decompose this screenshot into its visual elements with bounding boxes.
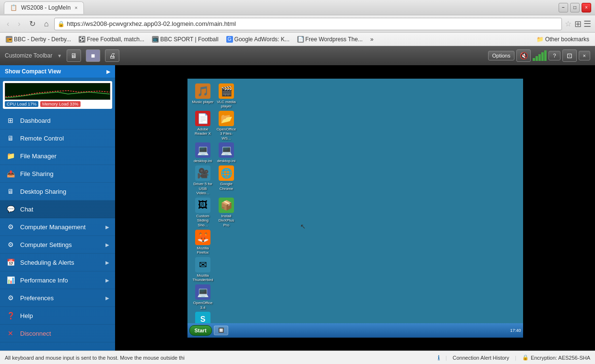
bookmark-folder[interactable]: 📁 Other bookmarks [535, 35, 591, 44]
sidebar-item-scheduling[interactable]: 📅 Scheduling & Alerts ▶ [0, 254, 115, 271]
bookmark-football[interactable]: ⚽ Free Football, match... [77, 35, 146, 44]
desktop-icon-driver[interactable]: 🎥 Driver 5 for USB Video... [192, 165, 214, 196]
bookmark-icon: 📺 [152, 36, 159, 43]
minimize-button[interactable]: − [559, 3, 568, 12]
tab-title: WS2008 - LogMeIn [21, 4, 70, 11]
remote-desktop[interactable]: 🎵 Music player 🎬 VLC media player � [187, 79, 523, 338]
extensions-icon[interactable]: ⊞ [574, 19, 582, 29]
content-split: Show Compact View ▶ CPU Load 17% Memory … [0, 65, 595, 351]
sidebar-item-preferences[interactable]: ⚙ Preferences ▶ [0, 289, 115, 307]
options-button[interactable]: Options [488, 51, 515, 60]
restore-button[interactable]: ⊡ [562, 49, 577, 62]
desktop-icon-openoffice2[interactable]: 💻 OpenOffice 3.4 [192, 284, 214, 310]
remote-area[interactable]: 🎵 Music player 🎬 VLC media player � [115, 65, 595, 351]
address-input[interactable] [67, 20, 559, 27]
monitor-widget: CPU Load 17% Memory Load 33% [3, 81, 112, 109]
start-button[interactable]: Start [189, 325, 212, 336]
desktop-icon-chrome[interactable]: 🌐 Google Chrome [216, 165, 237, 196]
toolbar-right-group: Options 🔇 ? ⊡ × [488, 49, 590, 62]
sidebar-item-disconnect[interactable]: ✕ Disconnect [0, 325, 115, 342]
desktop-icon-thunderbird[interactable]: ✉ Mozilla Thunderbird [192, 257, 214, 282]
signal-bar-5 [544, 50, 547, 61]
reload-button[interactable]: ↻ [26, 18, 38, 29]
taskbar-items: 🔲 [214, 326, 508, 335]
encrypt-label: Encryption: AES256-SHA [531, 355, 590, 361]
sidebar-item-label: Scheduling & Alerts [20, 259, 74, 266]
toolbar-print-btn[interactable]: 🖨 [105, 49, 119, 62]
bookmark-bbc-derby[interactable]: 📻 BBC - Derby - Derby... [4, 35, 73, 44]
desktop-icon-divx[interactable]: 📦 Install DivXPlus Pro [216, 198, 237, 228]
icon-label: Mozilla Firefox [192, 246, 214, 255]
bookmark-more[interactable]: » [368, 35, 375, 44]
maximize-button[interactable]: □ [570, 3, 580, 12]
scheduling-icon: 📅 [6, 258, 15, 267]
desktop-icon-openoffice[interactable]: 📂 OpenOffice 3 Files-WS... [216, 111, 237, 141]
status-separator: | [445, 355, 447, 361]
tab-favicon: 📋 [10, 4, 17, 11]
bookmark-bbc-sport[interactable]: 📺 BBC SPORT | Football [150, 35, 220, 44]
sidebar-item-computer-settings[interactable]: ⚙ Computer Settings ▶ [0, 236, 115, 254]
back-button[interactable]: ‹ [4, 19, 12, 29]
help-icon: ❓ [6, 311, 15, 320]
sidebar-bottom: LogMeIn Pro [0, 342, 115, 351]
sidebar-item-label: Desktop Sharing [20, 188, 66, 195]
desktop-icon-adobe[interactable]: 📄 Adobe Reader X [192, 111, 214, 141]
logmein-toolbar: Customize Toolbar ▼ 🖥 ■ 🖨 Options 🔇 ? ⊡ … [0, 46, 595, 65]
bookmark-label: Free Wordpress The... [305, 36, 363, 43]
bookmark-adwords[interactable]: G Google AdWords: K... [224, 35, 292, 44]
tab-close-button[interactable]: × [74, 5, 77, 11]
toolbar-monitor-btn[interactable]: 🖥 [67, 49, 81, 62]
submenu-arrow-icon: ▶ [105, 242, 109, 247]
forward-button[interactable]: › [15, 19, 23, 29]
sidebar-item-help[interactable]: ❓ Help [0, 307, 115, 325]
customize-toolbar-label: Customize Toolbar [5, 52, 52, 59]
toolbar-dropdown-icon[interactable]: ▼ [57, 53, 62, 59]
compact-view-bar[interactable]: Show Compact View ▶ [0, 65, 115, 78]
status-separator-2: | [515, 355, 516, 361]
menu-icon[interactable]: ☰ [583, 19, 591, 29]
signal-bar-2 [536, 56, 538, 61]
sidebar-item-file-manager[interactable]: 📁 File Manager [0, 147, 115, 165]
toolbar-close-button[interactable]: × [579, 51, 590, 60]
icon-label: OpenOffice 3.4 [192, 301, 214, 310]
desktop-icon-firefox[interactable]: 🦊 Mozilla Firefox [192, 230, 214, 255]
sidebar-item-label: Preferences [20, 294, 54, 302]
desktop-icon-desktop1[interactable]: 💻 desktop.ini [192, 142, 214, 164]
desktop-icon-music[interactable]: 🎵 Music player [192, 83, 214, 109]
bookmark-star-icon[interactable]: ☆ [565, 19, 572, 28]
bookmark-icon: 📻 [6, 36, 12, 43]
browser-tab[interactable]: 📋 WS2008 - LogMeIn × [4, 1, 84, 14]
close-button[interactable]: × [582, 3, 591, 12]
sidebar-item-remote-control[interactable]: 🖥 Remote Control [0, 129, 115, 147]
divx-icon: 📦 [219, 198, 234, 213]
icon-row-8: 💻 OpenOffice 3.4 [192, 284, 237, 310]
toolbar-color-btn[interactable]: ■ [86, 49, 100, 62]
remote-control-icon: 🖥 [6, 133, 15, 143]
sidebar-item-dashboard[interactable]: ⊞ Dashboard [0, 112, 115, 129]
sidebar-item-desktop-sharing[interactable]: 🖥 Desktop Sharing [0, 183, 115, 200]
desktop-icon-desktop2[interactable]: 💻 desktop.ini [216, 142, 237, 164]
file-manager-icon: 📁 [6, 151, 15, 161]
audio-icon[interactable]: 🔇 [516, 49, 531, 62]
bookmark-wordpress[interactable]: 📄 Free Wordpress The... [295, 35, 365, 44]
sidebar-item-chat[interactable]: 💬 Chat [0, 200, 115, 218]
taskbar-item-1[interactable]: 🔲 [214, 326, 228, 335]
bookmarks-bar: 📻 BBC - Derby - Derby... ⚽ Free Football… [0, 33, 595, 46]
icon-row-3: 💻 desktop.ini 💻 desktop.ini [192, 142, 237, 164]
computer-settings-icon: ⚙ [6, 240, 15, 249]
icon-label: OpenOffice 3 Files-WS... [216, 127, 237, 141]
sidebar-item-computer-management[interactable]: ⚙ Computer Management ▶ [0, 218, 115, 236]
expand-icon: ▶ [106, 69, 110, 74]
desktop-icon-slideshow[interactable]: 🖼 Custom Sliding Sho... [192, 198, 214, 228]
help-button[interactable]: ? [548, 51, 560, 60]
sidebar-item-file-sharing[interactable]: 📤 File Sharing [0, 165, 115, 183]
sidebar-item-performance[interactable]: 📊 Performance Info ▶ [0, 271, 115, 289]
icon-row-2: 📄 Adobe Reader X 📂 OpenOffice 3 Files-WS… [192, 111, 237, 141]
submenu-arrow-icon: ▶ [105, 295, 109, 301]
sidebar-item-label: Disconnect [20, 330, 51, 337]
connection-alert[interactable]: Connection Alert History [453, 355, 509, 361]
info-button[interactable]: ℹ [438, 354, 440, 361]
icon-row-7: ✉ Mozilla Thunderbird [192, 257, 237, 282]
desktop-icon-vlc[interactable]: 🎬 VLC media player [216, 83, 237, 109]
home-button[interactable]: ⌂ [41, 19, 52, 29]
